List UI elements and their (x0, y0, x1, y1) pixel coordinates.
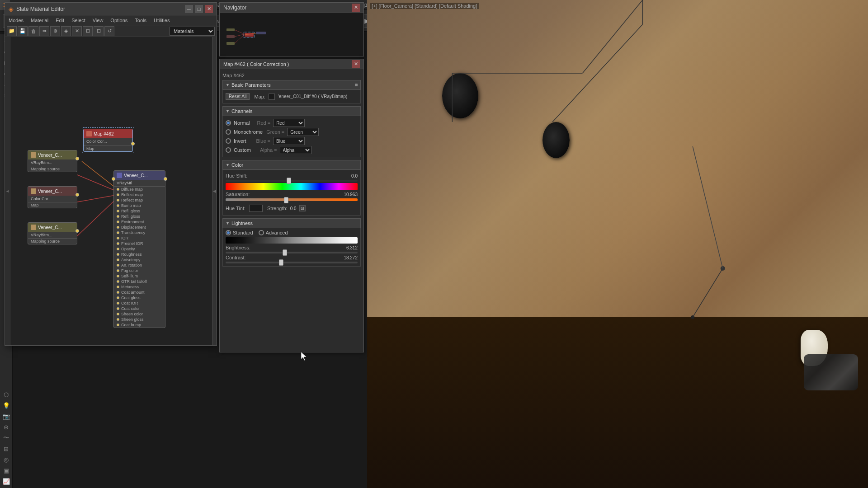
camera-icon[interactable]: 📷 (1, 411, 11, 421)
render-icon[interactable]: ▣ (1, 465, 11, 475)
prop-input-port[interactable] (117, 313, 119, 315)
navigator-content[interactable] (220, 13, 363, 56)
prop-input-port[interactable] (117, 210, 119, 212)
sat-track-overlay[interactable] (226, 201, 358, 203)
prop-input-port[interactable] (117, 307, 119, 310)
contrast-thumb[interactable] (279, 259, 283, 266)
sme-pick-material[interactable]: ⊛ (50, 26, 60, 36)
prop-input-port[interactable] (117, 291, 119, 294)
sme-menu-material[interactable]: Material (27, 15, 52, 25)
prop-input-port[interactable] (117, 258, 119, 261)
sme-delete-material[interactable]: 🗑 (28, 26, 38, 36)
prop-input-port[interactable] (117, 269, 119, 272)
navigator-close-button[interactable]: ✕ (352, 4, 360, 12)
brightness-track[interactable] (226, 252, 358, 253)
strength-spinner[interactable]: ⊡ (299, 205, 306, 211)
prop-input-port[interactable] (117, 318, 119, 321)
prop-input-port[interactable] (117, 193, 119, 196)
space-warp-icon[interactable]: 〜 (1, 433, 11, 443)
node-output-port[interactable] (131, 142, 135, 145)
prop-input-port[interactable] (117, 204, 119, 207)
sme-assign-material[interactable]: ⇒ (39, 26, 49, 36)
lightness-standard-option[interactable]: Standard (226, 230, 253, 235)
prop-input-port[interactable] (117, 302, 119, 305)
sme-left-collapse[interactable]: ◄ (5, 37, 10, 345)
sme-menu-utilities[interactable]: Utilities (150, 15, 173, 25)
prop-input-port[interactable] (117, 215, 119, 218)
channels-header[interactable]: ▼ Channels (222, 106, 361, 116)
prop-input-port[interactable] (117, 296, 119, 299)
blue-channel-select[interactable]: Blue (273, 137, 305, 145)
node-veneer3[interactable]: Veneer_C... VRayBitm... Mapping source (28, 222, 77, 244)
hue-shift-track[interactable] (226, 180, 358, 182)
prop-input-port[interactable] (117, 221, 119, 223)
color-header[interactable]: ▼ Color (222, 160, 361, 170)
sme-menu-view[interactable]: View (89, 15, 107, 25)
light-icon[interactable]: 💡 (1, 400, 11, 410)
node-veneer2[interactable]: Veneer_C... Color Cor... Map (28, 186, 77, 208)
prop-input-port[interactable] (117, 188, 119, 191)
map-color-box[interactable] (269, 94, 275, 100)
sme-menu-modes[interactable]: Modes (5, 15, 27, 25)
sme-menu-options[interactable]: Options (107, 15, 131, 25)
sme-layout[interactable]: ⊞ (83, 26, 93, 36)
material-icon[interactable]: ⬡ (1, 389, 11, 399)
v1-output[interactable] (75, 157, 79, 160)
graph-icon[interactable]: 📈 (1, 476, 11, 486)
v3-output[interactable] (75, 229, 79, 233)
reset-all-button[interactable]: Reset All (226, 93, 250, 100)
prop-input-port[interactable] (117, 242, 119, 245)
prop-input-port[interactable] (117, 280, 119, 283)
sme-menu-tools[interactable]: Tools (131, 15, 150, 25)
node-veneer-mat[interactable]: Veneer_C... VRayMtl Diffuse mapReflect m… (113, 170, 165, 328)
sme-menu-edit[interactable]: Edit (52, 15, 68, 25)
sme-right-collapse[interactable]: ◄ (212, 37, 217, 345)
sme-save-material[interactable]: 💾 (18, 26, 28, 36)
channel-invert-radio[interactable] (226, 138, 231, 144)
lightness-advanced-radio[interactable] (259, 230, 264, 235)
alpha-channel-select[interactable]: Alpha (280, 146, 311, 154)
channel-custom-radio[interactable] (226, 147, 231, 153)
red-channel-select[interactable]: Red (273, 119, 305, 127)
contrast-track[interactable] (226, 262, 358, 263)
node-map462[interactable]: Map #462 Color Cor... Map (82, 127, 134, 153)
sme-menu-select[interactable]: Select (68, 15, 89, 25)
saturation-thumb[interactable] (284, 197, 288, 203)
node-veneer1[interactable]: Veneer_C... VRayBitm... Mapping source (28, 150, 77, 172)
brightness-thumb[interactable] (283, 249, 287, 256)
prop-input-port[interactable] (117, 199, 119, 202)
sme-view-in-vp[interactable]: ◈ (61, 26, 71, 36)
prop-input-port[interactable] (117, 253, 119, 256)
prop-input-port[interactable] (117, 237, 119, 239)
prop-input-port[interactable] (117, 248, 119, 250)
system-icon[interactable]: ⊞ (1, 444, 11, 454)
prop-input-port[interactable] (117, 231, 119, 234)
sme-minimize-button[interactable]: ─ (185, 5, 193, 13)
hue-tint-color-box[interactable] (249, 205, 263, 212)
prop-input-port[interactable] (117, 226, 119, 229)
map462-close-button[interactable]: ✕ (352, 60, 360, 68)
basic-params-header[interactable]: ▼ Basic Parameters (222, 80, 361, 90)
lightness-header[interactable]: ▼ Lightness (222, 218, 361, 228)
vm-output-port[interactable] (164, 177, 167, 181)
sme-options[interactable]: ⊡ (94, 26, 104, 36)
material-node-editor[interactable]: ◄ Map #462 Color Cor.. (5, 37, 212, 345)
materials-dropdown[interactable]: Materials (170, 27, 215, 36)
3d-viewport[interactable]: [+] [Floor_Camera] [Standard] [Default S… (367, 0, 868, 488)
helper-icon[interactable]: ⊛ (1, 422, 11, 432)
sme-reset[interactable]: ↺ (104, 26, 114, 36)
sme-maximize-button[interactable]: □ (195, 5, 203, 13)
hue-shift-thumb[interactable] (287, 178, 291, 184)
lightness-standard-radio[interactable] (226, 230, 231, 235)
basic-params-pin[interactable] (355, 84, 358, 86)
sme-close-button[interactable]: ✕ (205, 5, 213, 13)
prop-input-port[interactable] (117, 264, 119, 267)
sme-clear[interactable]: ✕ (72, 26, 82, 36)
green-channel-select[interactable]: Green (287, 128, 319, 136)
v2-output[interactable] (75, 193, 79, 197)
sme-open-material[interactable]: 📁 (7, 26, 17, 36)
prop-input-port[interactable] (117, 324, 119, 326)
prop-input-port[interactable] (117, 286, 119, 288)
vm-input-port[interactable] (112, 177, 115, 181)
prop-input-port[interactable] (117, 275, 119, 277)
